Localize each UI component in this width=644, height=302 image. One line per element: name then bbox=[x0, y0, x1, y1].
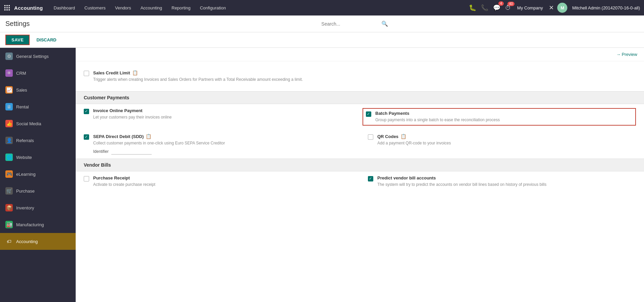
sepa-sub-field: Identifier bbox=[93, 148, 352, 155]
sidebar-label-rental: Rental bbox=[16, 104, 29, 109]
sidebar-item-accounting[interactable]: 🏷 Accounting bbox=[0, 233, 76, 250]
clock-badge: 40 bbox=[507, 2, 515, 6]
batch-payments-label: Batch Payments bbox=[375, 111, 633, 116]
batch-payments-checkbox[interactable] bbox=[366, 111, 371, 117]
predict-vendor-label: Predict vendor bill accounts bbox=[377, 175, 636, 180]
sidebar-item-referrals[interactable]: 👤 Referrals bbox=[0, 132, 76, 149]
sidebar-item-rental[interactable]: 🖥 Rental bbox=[0, 98, 76, 115]
search-input[interactable] bbox=[280, 21, 381, 27]
svg-rect-7 bbox=[6, 9, 8, 11]
social-media-icon: 👍 bbox=[5, 120, 13, 127]
sidebar-item-manufacturing[interactable]: 🏭 Manufacturing bbox=[0, 216, 76, 233]
preview-link[interactable]: → Preview bbox=[616, 52, 637, 57]
setting-row-purchase-receipt: Purchase Receipt Activate to create purc… bbox=[76, 171, 360, 192]
rental-icon: 🖥 bbox=[5, 103, 13, 110]
svg-rect-8 bbox=[9, 9, 10, 11]
sepa-identifier-label: Identifier bbox=[93, 149, 109, 154]
chat-badge: 4 bbox=[498, 1, 504, 6]
sidebar-label-inventory: Inventory bbox=[16, 205, 34, 210]
search-icon[interactable]: 🔍 bbox=[381, 21, 388, 27]
invoice-online-payment-info: Invoice Online Payment Let your customer… bbox=[93, 108, 352, 120]
sales-icon: 📈 bbox=[5, 86, 13, 94]
qr-codes-checkbox[interactable] bbox=[368, 134, 373, 140]
sidebar-item-purchase[interactable]: 🛒 Purchase bbox=[0, 182, 76, 199]
close-icon[interactable]: ✕ bbox=[547, 3, 555, 13]
nav-customers[interactable]: Customers bbox=[80, 0, 110, 15]
sidebar: ⚙ General Settings 👁 CRM 📈 Sales 🖥 Renta… bbox=[0, 48, 76, 302]
predict-vendor-checkbox[interactable] bbox=[368, 176, 373, 181]
nav-dashboard[interactable]: Dashboard bbox=[50, 0, 79, 15]
nav-vendors[interactable]: Vendors bbox=[111, 0, 135, 15]
nav-configuration[interactable]: Configuration bbox=[196, 0, 230, 15]
discard-button[interactable]: DISCARD bbox=[32, 35, 60, 44]
chat-icon[interactable]: 💬 4 bbox=[492, 3, 502, 13]
sidebar-item-sales[interactable]: 📈 Sales bbox=[0, 81, 76, 98]
spreadsheet-icon: 📋 bbox=[132, 70, 138, 75]
sidebar-label-crm: CRM bbox=[16, 71, 26, 76]
content-area: → Preview Sales Credit Limit 📋 Trigger a… bbox=[76, 48, 644, 302]
sidebar-item-website[interactable]: 🌐 Website bbox=[0, 149, 76, 166]
sidebar-item-inventory[interactable]: 📦 Inventory bbox=[0, 199, 76, 216]
sepa-info: SEPA Direct Debit (SDD) 📋 Collect custom… bbox=[93, 134, 352, 155]
accounting-icon: 🏷 bbox=[5, 238, 13, 245]
sidebar-item-crm[interactable]: 👁 CRM bbox=[0, 65, 76, 81]
batch-payments-highlight: Batch Payments Group payments into a sin… bbox=[363, 108, 636, 126]
sidebar-label-website: Website bbox=[16, 155, 32, 160]
svg-rect-0 bbox=[4, 5, 6, 6]
nav-right-icons: 🐛 📞 💬 4 ⏱ 40 My Company ✕ M Mitchell Adm… bbox=[467, 3, 640, 13]
sepa-checkbox[interactable] bbox=[84, 134, 89, 140]
bug-icon[interactable]: 🐛 bbox=[467, 3, 478, 13]
main-layout: ⚙ General Settings 👁 CRM 📈 Sales 🖥 Renta… bbox=[0, 48, 644, 302]
phone-icon[interactable]: 📞 bbox=[480, 3, 490, 13]
setting-row-predict-vendor: Predict vendor bill accounts The system … bbox=[360, 171, 644, 192]
sales-credit-limit-label: Sales Credit Limit 📋 bbox=[93, 70, 636, 75]
purchase-receipt-checkbox[interactable] bbox=[84, 176, 89, 181]
manufacturing-icon: 🏭 bbox=[5, 221, 13, 228]
crm-icon: 👁 bbox=[5, 69, 13, 77]
batch-payments-desc: Group payments into a single batch to ea… bbox=[375, 117, 633, 123]
website-icon: 🌐 bbox=[5, 154, 13, 161]
purchase-icon: 🛒 bbox=[5, 187, 13, 195]
sepa-label: SEPA Direct Debit (SDD) 📋 bbox=[93, 134, 352, 139]
invoice-online-payment-checkbox[interactable] bbox=[84, 109, 89, 114]
sidebar-item-elearning[interactable]: 🎮 eLearning bbox=[0, 166, 76, 182]
sepa-identifier-input[interactable] bbox=[111, 148, 152, 155]
company-name: My Company bbox=[517, 5, 543, 10]
secondary-bar: Settings 🔍 bbox=[0, 15, 644, 32]
save-button[interactable]: SAVE bbox=[5, 35, 30, 45]
predict-vendor-desc: The system will try to predict the accou… bbox=[377, 181, 636, 188]
app-brand: Accounting bbox=[14, 5, 43, 11]
qr-codes-info: QR Codes 📋 Add a payment QR-code to your… bbox=[377, 134, 636, 146]
user-name[interactable]: Mitchell Admin (20142070-16-0-all) bbox=[572, 5, 640, 10]
qr-codes-label: QR Codes 📋 bbox=[377, 134, 636, 139]
qr-codes-icon: 📋 bbox=[401, 134, 406, 139]
setting-row-sepa: SEPA Direct Debit (SDD) 📋 Collect custom… bbox=[76, 130, 360, 159]
elearning-icon: 🎮 bbox=[5, 170, 13, 178]
customer-payments-grid: Invoice Online Payment Let your customer… bbox=[76, 104, 644, 159]
svg-rect-3 bbox=[4, 7, 6, 8]
user-avatar[interactable]: M bbox=[557, 3, 567, 13]
svg-rect-1 bbox=[6, 5, 8, 6]
nav-reporting[interactable]: Reporting bbox=[167, 0, 194, 15]
clock-icon[interactable]: ⏱ 40 bbox=[504, 3, 513, 13]
sidebar-label-general-settings: General Settings bbox=[16, 54, 49, 59]
setting-row-sales-credit-limit: Sales Credit Limit 📋 Trigger alerts when… bbox=[84, 67, 636, 86]
invoice-online-payment-desc: Let your customers pay their invoices on… bbox=[93, 114, 352, 120]
page-title: Settings bbox=[5, 20, 30, 28]
app-grid-icon[interactable] bbox=[4, 5, 10, 11]
customer-payments-header: Customer Payments bbox=[76, 91, 644, 104]
sepa-icon: 📋 bbox=[146, 134, 151, 139]
purchase-receipt-label: Purchase Receipt bbox=[93, 175, 352, 180]
vendor-bills-header: Vendor Bills bbox=[76, 159, 644, 171]
sales-credit-limit-info: Sales Credit Limit 📋 Trigger alerts when… bbox=[93, 70, 636, 82]
sidebar-item-social-media[interactable]: 👍 Social Media bbox=[0, 115, 76, 132]
nav-accounting[interactable]: Accounting bbox=[137, 0, 166, 15]
purchase-receipt-desc: Activate to create purchase receipt bbox=[93, 181, 352, 188]
setting-row-qr-codes: QR Codes 📋 Add a payment QR-code to your… bbox=[360, 130, 644, 159]
sales-credit-limit-checkbox[interactable] bbox=[84, 71, 89, 76]
action-bar: SAVE DISCARD bbox=[0, 32, 644, 48]
setting-row-invoice-online-payment: Invoice Online Payment Let your customer… bbox=[76, 104, 360, 130]
batch-payments-info: Batch Payments Group payments into a sin… bbox=[375, 111, 633, 123]
sidebar-item-general-settings[interactable]: ⚙ General Settings bbox=[0, 48, 76, 65]
qr-codes-desc: Add a payment QR-code to your invoices bbox=[377, 140, 636, 146]
